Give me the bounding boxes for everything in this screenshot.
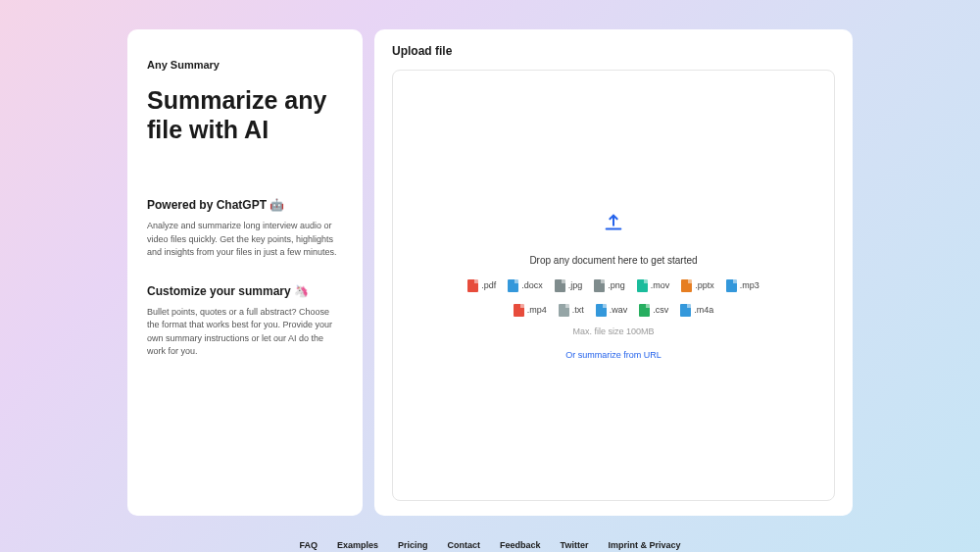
file-type-csv: .csv bbox=[639, 304, 668, 317]
file-type-png: .png bbox=[594, 279, 625, 292]
footer-link-faq[interactable]: FAQ bbox=[300, 540, 318, 550]
main-container: Any Summary Summarize any file with AI P… bbox=[0, 0, 980, 535]
file-types-list: .pdf.docx.jpg.png.mov.pptx.mp3.mp4.txt.w… bbox=[462, 279, 765, 317]
section-customize-text: Bullet points, quotes or a full abstract… bbox=[147, 306, 343, 359]
file-type-pdf: .pdf bbox=[467, 279, 496, 292]
file-type-label: .wav bbox=[610, 305, 628, 315]
file-type-mp4: .mp4 bbox=[514, 304, 547, 317]
file-icon bbox=[559, 304, 569, 317]
file-type-label: .pdf bbox=[481, 280, 496, 290]
file-icon bbox=[594, 279, 605, 292]
section-customize-title: Customize your summary 🦄 bbox=[147, 284, 343, 298]
file-icon bbox=[467, 279, 478, 292]
file-type-jpg: .jpg bbox=[555, 279, 583, 292]
drop-zone[interactable]: Drop any document here to get started .p… bbox=[392, 70, 835, 501]
file-type-mp3: .mp3 bbox=[726, 279, 760, 292]
footer-link-imprint-privacy[interactable]: Imprint & Privacy bbox=[608, 540, 680, 550]
file-icon bbox=[637, 279, 648, 292]
file-icon bbox=[681, 279, 692, 292]
file-type-label: .m4a bbox=[694, 305, 713, 315]
file-type-mov: .mov bbox=[637, 279, 670, 292]
file-type-wav: .wav bbox=[596, 304, 628, 317]
file-icon bbox=[555, 279, 565, 292]
footer-nav: FAQExamplesPricingContactFeedbackTwitter… bbox=[0, 535, 980, 552]
file-icon bbox=[680, 304, 691, 317]
footer-link-feedback[interactable]: Feedback bbox=[500, 540, 541, 550]
file-type-label: .csv bbox=[653, 305, 668, 315]
file-icon bbox=[726, 279, 737, 292]
section-powered-text: Analyze and summarize long interview aud… bbox=[147, 220, 343, 260]
file-type-label: .txt bbox=[572, 305, 584, 315]
hero-title: Summarize any file with AI bbox=[147, 85, 343, 144]
file-icon bbox=[514, 304, 524, 317]
drop-instruction: Drop any document here to get started bbox=[529, 255, 697, 266]
file-type-docx: .docx bbox=[508, 279, 543, 292]
file-type-label: .mp3 bbox=[740, 280, 760, 290]
footer-link-examples[interactable]: Examples bbox=[337, 540, 378, 550]
file-icon bbox=[639, 304, 650, 317]
max-file-size: Max. file size 100MB bbox=[572, 326, 654, 336]
file-type-label: .docx bbox=[521, 280, 543, 290]
upload-panel: Upload file Drop any document here to ge… bbox=[374, 29, 853, 516]
upload-title: Upload file bbox=[392, 44, 835, 58]
file-type-label: .jpg bbox=[568, 280, 583, 290]
footer-link-contact[interactable]: Contact bbox=[448, 540, 481, 550]
file-type-label: .mov bbox=[651, 280, 670, 290]
file-type-pptx: .pptx bbox=[681, 279, 714, 292]
footer-link-pricing[interactable]: Pricing bbox=[398, 540, 428, 550]
summarize-url-link[interactable]: Or summarize from URL bbox=[565, 350, 662, 360]
section-powered-title: Powered by ChatGPT 🤖 bbox=[147, 198, 343, 212]
file-type-txt: .txt bbox=[559, 304, 584, 317]
upload-icon bbox=[603, 212, 624, 237]
file-type-label: .pptx bbox=[695, 280, 714, 290]
file-type-m4a: .m4a bbox=[680, 304, 713, 317]
footer-link-twitter[interactable]: Twitter bbox=[561, 540, 589, 550]
info-panel: Any Summary Summarize any file with AI P… bbox=[127, 29, 363, 516]
brand-name: Any Summary bbox=[147, 59, 343, 71]
file-icon bbox=[596, 304, 607, 317]
file-icon bbox=[508, 279, 518, 292]
file-type-label: .png bbox=[608, 280, 625, 290]
file-type-label: .mp4 bbox=[527, 305, 547, 315]
